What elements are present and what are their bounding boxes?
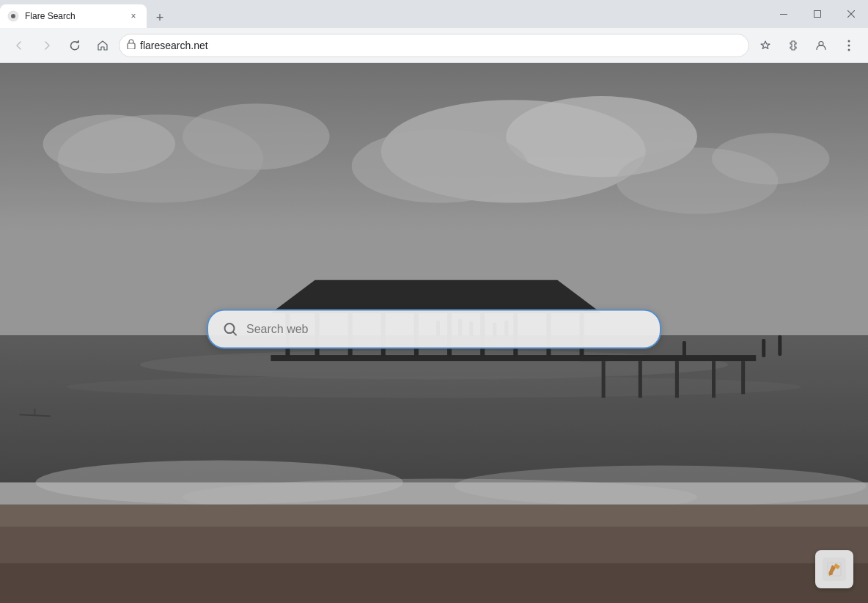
browser-tab-active[interactable]: Flare Search × (0, 4, 147, 28)
search-input[interactable] (246, 323, 645, 336)
window-controls (767, 0, 868, 28)
tab-favicon (7, 10, 19, 22)
address-text: flaresearch.net (140, 40, 741, 51)
svg-point-10 (848, 48, 850, 51)
bookmark-button[interactable] (754, 34, 777, 57)
svg-rect-2 (780, 14, 787, 15)
menu-button[interactable] (837, 34, 861, 57)
reload-button[interactable] (63, 34, 87, 57)
page-content (0, 63, 868, 603)
minimize-button[interactable] (767, 0, 801, 28)
search-container (207, 310, 661, 349)
svg-point-9 (848, 44, 850, 46)
close-window-button[interactable] (834, 0, 868, 28)
back-button[interactable] (7, 34, 31, 57)
svg-point-1 (11, 14, 15, 18)
forward-button[interactable] (35, 34, 59, 57)
tab-strip: Flare Search × + (0, 0, 767, 28)
nav-bar: flaresearch.net (0, 28, 868, 63)
svg-rect-3 (814, 11, 821, 18)
search-box[interactable] (207, 310, 661, 349)
maximize-button[interactable] (801, 0, 834, 28)
new-tab-button[interactable]: + (150, 7, 170, 28)
svg-line-60 (233, 332, 236, 335)
profile-button[interactable] (809, 34, 833, 57)
svg-rect-6 (128, 43, 135, 49)
home-button[interactable] (91, 34, 114, 57)
lock-icon (127, 39, 136, 51)
search-icon (223, 322, 238, 337)
extensions-button[interactable] (781, 34, 805, 57)
title-bar: Flare Search × + (0, 0, 868, 28)
flare-logo-icon (823, 558, 846, 581)
tab-close-button[interactable]: × (128, 10, 139, 22)
browser-frame: Flare Search × + (0, 0, 868, 603)
flare-icon-button[interactable] (815, 550, 853, 588)
tab-title: Flare Search (25, 11, 123, 21)
svg-point-8 (848, 40, 850, 42)
address-bar[interactable]: flaresearch.net (119, 34, 749, 57)
